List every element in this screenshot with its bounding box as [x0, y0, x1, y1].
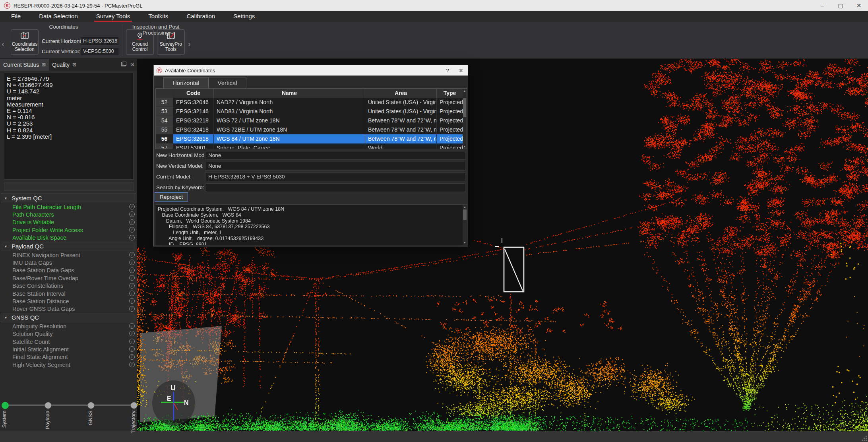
- info-icon[interactable]: i: [129, 235, 135, 240]
- table-row[interactable]: 53 EPSG:32146 NAD83 / Virginia North Uni…: [156, 107, 467, 116]
- info-icon[interactable]: i: [129, 219, 135, 225]
- close-button[interactable]: ✕: [850, 0, 868, 11]
- qc-item: IMU Data Gapsi: [0, 259, 137, 266]
- new-vertical-model-value[interactable]: None: [205, 162, 465, 171]
- table-header: Code Name Area Type: [156, 89, 467, 98]
- col-area[interactable]: Area: [365, 89, 437, 98]
- info-icon[interactable]: i: [129, 291, 135, 296]
- qc-item: Drive is Writablei: [0, 219, 137, 226]
- tab-close-icon[interactable]: ⊠: [42, 62, 46, 68]
- info-icon[interactable]: i: [129, 252, 135, 258]
- current-model-value[interactable]: H-EPSG:32618 + V-EPSG:5030: [205, 173, 465, 181]
- pipeline-dot-payload[interactable]: [45, 402, 51, 409]
- ribbon-scroll-left-icon[interactable]: ‹: [2, 40, 4, 48]
- status-line: U = 148.742: [7, 88, 133, 95]
- info-icon[interactable]: i: [129, 298, 135, 304]
- dialog-title: Available Coordinates: [165, 68, 215, 74]
- info-icon[interactable]: i: [129, 260, 135, 265]
- dialog-close-button[interactable]: ✕: [454, 65, 468, 76]
- info-icon[interactable]: i: [129, 211, 135, 217]
- tab-current-status[interactable]: Current Status ⊠: [0, 59, 49, 71]
- minimize-button[interactable]: –: [813, 0, 831, 11]
- scrollbar-thumb[interactable]: [463, 98, 466, 117]
- scrollbar-thumb[interactable]: [463, 209, 467, 220]
- pipeline-label-payload: Payload: [45, 411, 50, 429]
- dialog-help-button[interactable]: ?: [441, 65, 454, 76]
- table-scrollbar[interactable]: ▲ ▼: [463, 89, 467, 149]
- details-scrollbar[interactable]: ▲ ▼: [463, 205, 467, 245]
- info-icon[interactable]: i: [129, 339, 135, 344]
- tab-close-icon[interactable]: ⊠: [72, 62, 76, 68]
- resize-grip[interactable]: [861, 435, 867, 441]
- qc-item: Final Static Alignmenti: [0, 353, 137, 361]
- col-rownum: [156, 89, 173, 98]
- new-horizontal-model-value[interactable]: None: [205, 151, 465, 160]
- info-icon[interactable]: i: [129, 346, 135, 352]
- panel-close-icon[interactable]: ⊠: [130, 62, 134, 67]
- pipeline-label-gnss: GNSS: [87, 411, 93, 425]
- status-line: N = 4336627.499: [7, 82, 133, 88]
- info-icon[interactable]: i: [129, 275, 135, 281]
- map-icon: [20, 32, 29, 41]
- dialog-title-bar[interactable]: R Available Coordinates ? ✕: [154, 65, 468, 76]
- pipeline-dot-system[interactable]: [2, 402, 9, 409]
- scroll-down-icon[interactable]: ▼: [463, 240, 467, 245]
- qc-section-payload[interactable]: ▾Payload QC: [1, 242, 136, 251]
- qc-section-gnss[interactable]: ▾GNSS QC: [1, 313, 136, 322]
- undock-panel-icon[interactable]: [121, 62, 126, 66]
- qc-item: Available Disk Spacei: [0, 234, 137, 242]
- menu-file[interactable]: File: [11, 11, 21, 22]
- table-row[interactable]: 55 EPSG:32418 WGS 72BE / UTM zone 18N Be…: [156, 125, 467, 134]
- qc-item: Rover GNSS Data Gapsi: [0, 305, 137, 313]
- ground-control-label: Ground Control: [126, 42, 153, 52]
- scroll-up-icon[interactable]: ▲: [463, 89, 467, 93]
- info-icon[interactable]: i: [129, 306, 135, 312]
- col-code[interactable]: Code: [173, 89, 214, 98]
- qc-item: Initial Static Alignmenti: [0, 345, 137, 353]
- qc-section-system[interactable]: ▾System QC: [1, 194, 136, 203]
- tab-horizontal[interactable]: Horizontal: [163, 77, 209, 88]
- qc-item: Ambiguity Resolutioni: [0, 322, 137, 330]
- pipeline-dot-trajectory[interactable]: [131, 402, 137, 409]
- info-icon[interactable]: i: [129, 227, 135, 233]
- info-line: Angle Unit, degree, 0.0174532925199433: [158, 236, 461, 242]
- info-icon[interactable]: i: [129, 204, 135, 209]
- table-row[interactable]: 57 ESRI:53001 Sphere_Plate_Carree World …: [156, 143, 467, 149]
- info-icon[interactable]: i: [129, 331, 135, 336]
- scroll-up-icon[interactable]: ▲: [463, 205, 467, 209]
- ground-control-button[interactable]: Ground Control: [126, 29, 154, 55]
- info-icon[interactable]: i: [129, 354, 135, 360]
- field-label: Search by Keyword:: [156, 184, 204, 190]
- menu-settings[interactable]: Settings: [233, 11, 255, 22]
- status-line: H = 0.824: [7, 127, 133, 134]
- menu-calibration[interactable]: Calibration: [186, 11, 215, 22]
- table-row[interactable]: 54 EPSG:32218 WGS 72 / UTM zone 18N Betw…: [156, 116, 467, 125]
- ribbon-scroll-right-icon[interactable]: ›: [188, 40, 191, 48]
- menu-toolkits[interactable]: Toolkits: [148, 11, 168, 22]
- scroll-down-icon[interactable]: ▼: [463, 144, 467, 149]
- info-line: ID, EPSG, 8801: [158, 242, 461, 245]
- tab-vertical[interactable]: Vertical: [209, 77, 246, 88]
- reproject-button[interactable]: Reproject: [155, 192, 188, 202]
- status-line: Measurement: [7, 101, 133, 108]
- coordinates-selection-button[interactable]: Coordinates Selection: [11, 29, 39, 55]
- info-icon[interactable]: i: [129, 362, 135, 367]
- surveypro-tools-button[interactable]: SurveyPro Tools: [157, 29, 185, 55]
- info-icon[interactable]: i: [129, 323, 135, 329]
- current-vertical-value[interactable]: V-EPSG:5030: [81, 48, 118, 55]
- menu-survey-tools[interactable]: Survey Tools: [96, 11, 130, 22]
- current-horizontal-value[interactable]: H-EPSG:32618: [81, 37, 118, 45]
- table-row-selected[interactable]: 56 EPSG:32618 WGS 84 / UTM zone 18N Betw…: [156, 134, 467, 143]
- col-type[interactable]: Type: [437, 89, 463, 98]
- tab-quality[interactable]: Quality ⊠: [49, 59, 79, 71]
- table-row[interactable]: 52 EPSG:32046 NAD27 / Virginia North Uni…: [156, 98, 467, 107]
- group-label-coordinates: Coordinates: [24, 24, 103, 30]
- info-icon[interactable]: i: [129, 283, 135, 289]
- menu-data-selection[interactable]: Data Selection: [39, 11, 78, 22]
- maximize-button[interactable]: ▢: [831, 0, 850, 11]
- search-keyword-input[interactable]: [205, 183, 465, 192]
- info-icon[interactable]: i: [129, 268, 135, 273]
- col-name[interactable]: Name: [214, 89, 365, 98]
- status-line: E = 0.114: [7, 108, 133, 114]
- pipeline-dot-gnss[interactable]: [88, 402, 94, 409]
